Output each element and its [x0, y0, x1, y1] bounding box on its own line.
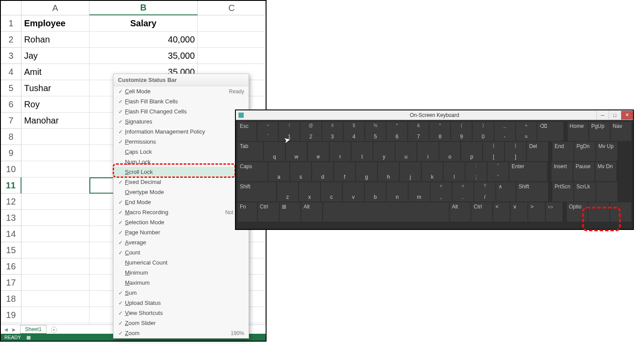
key-[interactable]: }] [505, 142, 526, 161]
menu-item[interactable]: Num Lock [114, 157, 249, 167]
menu-item[interactable]: ✓View Shortcuts [114, 308, 249, 318]
cell[interactable] [21, 258, 89, 275]
row-header[interactable]: 19 [1, 307, 21, 323]
key-scrlk[interactable]: ScrLk [574, 182, 595, 201]
tab-nav-prev-icon[interactable]: ◀ [4, 327, 8, 332]
key-7[interactable]: &7 [408, 122, 429, 141]
cell[interactable] [198, 32, 266, 48]
row-header[interactable]: 17 [1, 275, 21, 291]
key-r[interactable]: r [330, 142, 351, 161]
key-z[interactable]: z [277, 182, 298, 201]
menu-item[interactable]: ✓Flash Fill Changed Cells [114, 106, 249, 117]
menu-item[interactable]: ✓Upload Status [114, 298, 249, 308]
cell[interactable]: Amit [21, 64, 89, 80]
cell[interactable]: Salary [89, 15, 198, 32]
key-[interactable]: ~` [257, 122, 278, 141]
key-g[interactable]: g [356, 162, 377, 181]
key-pgdn[interactable]: PgDn [574, 142, 595, 161]
key-[interactable]: >. [452, 182, 473, 201]
key-alt[interactable]: Alt [450, 202, 471, 222]
key-nav[interactable]: Nav [611, 122, 631, 141]
menu-item[interactable]: ✓Information Management Policy [114, 127, 249, 137]
key-2[interactable]: @2 [300, 122, 321, 141]
key-ctrl[interactable]: Ctrl [471, 202, 492, 222]
menu-item[interactable]: Numerical Count [114, 258, 249, 268]
key-esc[interactable]: Esc [238, 122, 256, 141]
key-caps[interactable]: Caps [238, 162, 267, 181]
menu-item[interactable]: Minimum [114, 268, 249, 278]
key-home[interactable]: Home [568, 122, 588, 141]
key-prtscn[interactable]: PrtScn [552, 182, 573, 201]
key-x[interactable]: x [299, 182, 320, 201]
key-u[interactable]: u [395, 142, 416, 161]
key-end[interactable]: End [552, 142, 573, 161]
menu-item[interactable]: ✓Sum [114, 288, 249, 298]
key-[interactable]: += [516, 122, 537, 141]
key-optio[interactable]: Optio [567, 202, 588, 222]
key-[interactable]: "' [487, 162, 509, 181]
menu-item[interactable]: ✓Signatures [114, 117, 249, 127]
menu-item[interactable]: ✓Zoom Slider [114, 318, 249, 328]
key-y[interactable]: y [374, 142, 395, 161]
key-enter[interactable]: Enter [509, 162, 547, 181]
cell[interactable]: Roy [21, 96, 89, 113]
key-[interactable]: ∧ [496, 182, 516, 201]
key-h[interactable]: h [378, 162, 399, 181]
key-q[interactable]: q [264, 142, 285, 161]
key-[interactable] [610, 202, 631, 222]
cell[interactable]: 40,000 [89, 32, 198, 48]
row-header[interactable]: 9 [1, 145, 21, 161]
key-[interactable] [588, 202, 609, 222]
cell[interactable]: Tushar [21, 80, 89, 96]
customize-status-bar-menu[interactable]: Customize Status Bar ✓Cell ModeReady✓Fla… [113, 74, 249, 339]
key-o[interactable]: o [439, 142, 460, 161]
row-header[interactable]: 8 [1, 129, 21, 145]
key-del[interactable]: Del [527, 142, 548, 161]
cell[interactable]: 35,000 [89, 48, 198, 64]
key-p[interactable]: p [461, 142, 482, 161]
select-all-corner[interactable] [1, 1, 21, 15]
key-fn[interactable]: Fn [238, 202, 257, 222]
cell[interactable] [21, 242, 89, 258]
sheet-tab[interactable]: Sheet1 [20, 325, 46, 334]
cell[interactable] [21, 291, 89, 307]
cell[interactable] [21, 307, 89, 323]
row-header[interactable]: 16 [1, 258, 21, 275]
key-ctrl[interactable]: Ctrl [258, 202, 279, 222]
key-k[interactable]: k [422, 162, 443, 181]
key-3[interactable]: #3 [322, 122, 343, 141]
key-d[interactable]: d [312, 162, 333, 181]
key-j[interactable]: j [400, 162, 421, 181]
key-l[interactable]: l [444, 162, 465, 181]
menu-item[interactable]: ✓Count [114, 247, 249, 258]
osk-titlebar[interactable]: On-Screen Keyboard ─ □ ✕ [236, 110, 633, 120]
row-header[interactable]: 10 [1, 161, 21, 177]
row-header[interactable]: 6 [1, 96, 21, 113]
key-4[interactable]: $4 [344, 122, 364, 141]
menu-item[interactable]: ✓End Mode [114, 197, 249, 207]
column-header-a[interactable]: A [21, 1, 89, 15]
row-header[interactable]: 1 [1, 15, 21, 32]
cell[interactable]: Rohan [21, 32, 89, 48]
key-m[interactable]: m [409, 182, 430, 201]
cell[interactable] [21, 226, 89, 242]
macro-record-icon[interactable]: ▦ [26, 335, 31, 340]
menu-item[interactable]: ✓Zoom190% [114, 328, 249, 338]
menu-item[interactable]: ✓Permissions [114, 137, 249, 147]
key-[interactable]: ∨ [511, 202, 527, 222]
menu-item[interactable]: Maximum [114, 278, 249, 288]
row-header[interactable]: 18 [1, 291, 21, 307]
key-[interactable]: ⌫ [537, 122, 563, 141]
add-sheet-button[interactable]: + [51, 327, 57, 333]
key-5[interactable]: %5 [365, 122, 386, 141]
menu-item[interactable]: ✓Flash Fill Blank Cells [114, 96, 249, 106]
cell[interactable] [21, 177, 89, 194]
row-header[interactable]: 2 [1, 32, 21, 48]
key-[interactable]: :; [466, 162, 487, 181]
cell[interactable] [21, 275, 89, 291]
menu-item[interactable]: Overtype Mode [114, 187, 249, 197]
key-[interactable]: {[ [483, 142, 504, 161]
key-9[interactable]: (9 [451, 122, 472, 141]
key-[interactable]: < [493, 202, 510, 222]
row-header[interactable]: 13 [1, 210, 21, 226]
